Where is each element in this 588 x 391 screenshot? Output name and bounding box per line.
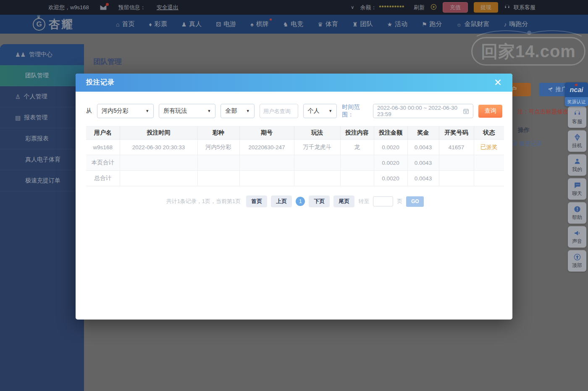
chevron-down-icon: ▼ bbox=[243, 109, 250, 113]
reserved-info-label: 预留信息： bbox=[118, 4, 146, 11]
page-title: 团队管理 bbox=[93, 57, 122, 66]
welcome-text: 欢迎您，w9s168 bbox=[48, 4, 89, 11]
chat-icon bbox=[573, 181, 581, 189]
nav-item-体育[interactable]: ♛体育 bbox=[318, 20, 338, 28]
site-logo[interactable]: ♛G 杏耀 bbox=[33, 17, 74, 32]
float-button-客服[interactable]: 客服 bbox=[568, 106, 586, 128]
headset-icon bbox=[504, 4, 510, 11]
sidebar-item-报表管理[interactable]: ▤报表管理 bbox=[0, 107, 84, 128]
col-header-玩法: 玩法 bbox=[294, 127, 340, 140]
hot-dot-icon bbox=[270, 18, 272, 21]
activity-icon: ★ bbox=[387, 21, 392, 28]
col-header-投注内容: 投注内容 bbox=[340, 127, 374, 140]
balance-masked-value: ********** bbox=[379, 4, 404, 11]
users-icon: ♟♟ bbox=[15, 51, 26, 58]
lottery-select[interactable]: 河内5分彩▼ bbox=[97, 104, 154, 118]
nav-item-金鼠财富[interactable]: ☼金鼠财富 bbox=[457, 20, 490, 28]
summary-row: 总合计0.00200.0043 bbox=[86, 171, 504, 186]
hi-run-icon: ♪ bbox=[504, 21, 507, 28]
next-page-button[interactable]: 下页 bbox=[309, 196, 330, 207]
float-tool-panel: 客服挂机我的聊天帮助声音顶部 bbox=[568, 106, 586, 272]
nav-item-首页[interactable]: ⌂首页 bbox=[116, 20, 134, 28]
float-button-挂机[interactable]: 挂机 bbox=[568, 130, 586, 152]
run-icon: ⚑ bbox=[422, 21, 427, 28]
nav-item-彩票[interactable]: ♦彩票 bbox=[149, 20, 167, 28]
filter-row: 从 河内5分彩▼ 所有玩法▼ 全部▼ 个人▼ 时间范围： 2022-06-30 … bbox=[86, 103, 504, 119]
nav-item-跑分[interactable]: ⚑跑分 bbox=[422, 20, 442, 28]
nav-item-电竞[interactable]: ♞电竞 bbox=[283, 20, 304, 28]
user-icon: ♙ bbox=[15, 93, 21, 100]
sports-icon: ♛ bbox=[318, 21, 323, 28]
float-button-顶部[interactable]: 顶部 bbox=[568, 250, 586, 272]
sidebar-item-彩票报表[interactable]: 彩票报表 bbox=[0, 128, 84, 149]
top-account-bar: 欢迎您，w9s168 预留信息： 安全退出 ∨ 余额： ********** 刷… bbox=[0, 0, 588, 15]
date-range-input[interactable]: 2022-06-30 00:00 ~ 2022-06-30 23:59 bbox=[373, 104, 473, 118]
status-select[interactable]: 全部▼ bbox=[220, 104, 254, 118]
sidebar-item-团队管理[interactable]: 团队管理 bbox=[0, 65, 84, 86]
float-button-我的[interactable]: 我的 bbox=[568, 154, 586, 176]
logout-link[interactable]: 安全退出 bbox=[157, 4, 178, 11]
sidebar-header-admin-center[interactable]: ♟♟ 管理中心 bbox=[0, 44, 84, 65]
eye-icon[interactable] bbox=[430, 4, 437, 11]
float-button-声音[interactable]: 声音 bbox=[568, 226, 586, 248]
first-page-button[interactable]: 首页 bbox=[246, 196, 267, 207]
refresh-link[interactable]: 刷新 bbox=[414, 4, 425, 11]
chevron-down-icon: ▼ bbox=[142, 109, 149, 113]
col-header-开奖号码: 开奖号码 bbox=[439, 127, 474, 140]
table-row: w9s1682022-06-30 20:30:33河内5分彩20220630-2… bbox=[86, 140, 504, 155]
close-icon[interactable]: ✕ bbox=[494, 78, 502, 87]
home-icon: ⌂ bbox=[116, 21, 119, 28]
scope-select[interactable]: 个人▼ bbox=[303, 104, 337, 118]
nav-item-团队[interactable]: ♜团队 bbox=[352, 20, 373, 28]
search-button[interactable]: 查询 bbox=[478, 105, 502, 118]
logo-crown-badge-icon: ♛G bbox=[33, 18, 45, 31]
col-header-状态: 状态 bbox=[474, 127, 504, 140]
balance-chevron-icon[interactable]: ∨ bbox=[351, 5, 354, 10]
calendar-icon bbox=[463, 108, 469, 115]
sidebar-item-真人电子体育[interactable]: 真人电子体育 bbox=[0, 149, 84, 170]
col-header-投注金额: 投注金额 bbox=[374, 127, 407, 140]
go-button[interactable]: GO bbox=[406, 196, 424, 207]
chevron-down-icon: ▼ bbox=[325, 109, 332, 113]
col-header-奖金: 奖金 bbox=[407, 127, 439, 140]
goto-page-input[interactable] bbox=[373, 196, 393, 206]
summary-row: 本页合计0.00200.0043 bbox=[86, 155, 504, 171]
playtype-select[interactable]: 所有玩法▼ bbox=[159, 104, 215, 118]
diamond-icon bbox=[573, 133, 581, 141]
pagination-summary: 共计1条记录，1页，当前第1页 bbox=[166, 198, 241, 205]
float-button-帮助[interactable]: 帮助 bbox=[568, 202, 586, 224]
cards-icon: ♠ bbox=[250, 21, 253, 28]
username-search-input[interactable] bbox=[260, 104, 298, 118]
nav-item-真人[interactable]: ♟真人 bbox=[181, 20, 202, 28]
goto-label: 转至 bbox=[358, 198, 369, 205]
edit-title-note: 注：可点击标题修改 bbox=[517, 108, 569, 116]
user-icon bbox=[573, 157, 581, 165]
cert-badge[interactable]: ncai 奖源认证 bbox=[565, 82, 588, 106]
logo-text: 杏耀 bbox=[49, 17, 74, 32]
report-icon: ▤ bbox=[15, 114, 21, 121]
col-header-期号: 期号 bbox=[239, 127, 294, 140]
col-header-投注时间: 投注时间 bbox=[120, 127, 197, 140]
contact-service-link[interactable]: 联系客服 bbox=[514, 4, 536, 11]
recharge-button[interactable]: 充值 bbox=[443, 2, 468, 13]
from-label: 从 bbox=[86, 107, 92, 115]
message-icon[interactable] bbox=[100, 5, 108, 11]
lottery-icon: ♦ bbox=[149, 21, 152, 28]
sidebar-item-极速充提订单[interactable]: 极速充提订单 bbox=[0, 170, 84, 191]
last-page-button[interactable]: 尾页 bbox=[333, 196, 354, 207]
prev-page-button[interactable]: 上页 bbox=[271, 196, 292, 207]
current-page-badge[interactable]: 1 bbox=[296, 197, 305, 206]
sidebar-item-个人管理[interactable]: ♙个人管理 bbox=[0, 86, 84, 107]
nav-item-棋牌[interactable]: ♠棋牌 bbox=[250, 20, 268, 28]
nav-item-活动[interactable]: ★活动 bbox=[387, 20, 407, 28]
status-badge: 已派奖 bbox=[474, 140, 504, 155]
top-icon bbox=[573, 253, 581, 261]
nav-item-电游[interactable]: ⚄电游 bbox=[216, 20, 236, 28]
col-header-用户名: 用户名 bbox=[86, 127, 120, 140]
float-button-聊天[interactable]: 聊天 bbox=[568, 178, 586, 200]
bet-records-modal: 投注记录 ✕ 从 河内5分彩▼ 所有玩法▼ 全部▼ 个人▼ 时间范围： 2022… bbox=[76, 74, 512, 320]
balance-label: 余额： bbox=[360, 4, 376, 11]
wealth-icon: ☼ bbox=[457, 21, 462, 28]
nav-item-嗨跑分[interactable]: ♪嗨跑分 bbox=[504, 20, 528, 28]
withdraw-button[interactable]: 提现 bbox=[474, 2, 498, 13]
